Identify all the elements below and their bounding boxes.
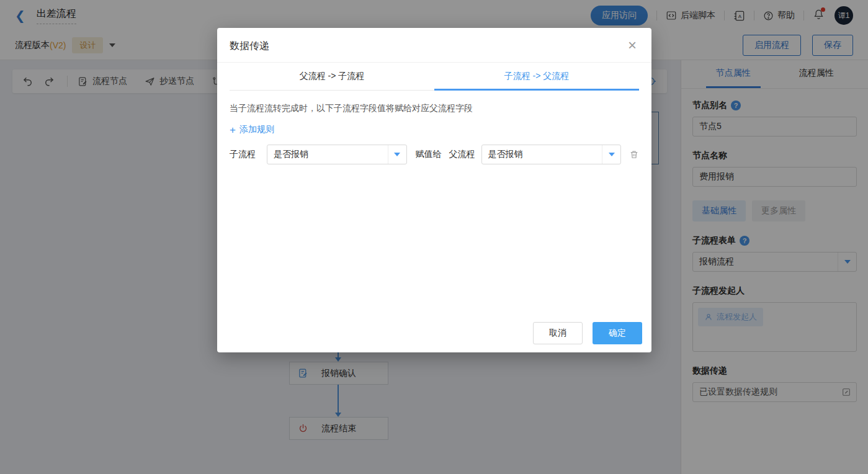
confirm-button[interactable]: 确定	[593, 322, 642, 344]
rule-source-value: 是否报销	[274, 149, 308, 160]
rule-row: 子流程 是否报销 赋值给 父流程 是否报销	[230, 145, 639, 164]
tab-parent-to-child[interactable]: 父流程 -> 子流程	[230, 63, 434, 91]
rule-target-value: 是否报销	[488, 149, 523, 160]
rule-target-select[interactable]: 是否报销	[481, 145, 622, 164]
rule-source-label: 子流程	[230, 149, 256, 160]
data-pass-modal: 数据传递 × 父流程 -> 子流程 子流程 -> 父流程 当子流程流转完成时，以…	[217, 28, 651, 352]
modal-header: 数据传递 ×	[217, 28, 651, 63]
modal-body: 当子流程流转完成时，以下子流程字段值将赋给对应父流程字段 + 添加规则 子流程 …	[217, 91, 651, 177]
close-icon[interactable]: ×	[628, 38, 637, 53]
cancel-button[interactable]: 取消	[533, 322, 583, 344]
rule-target-label: 父流程	[449, 149, 475, 160]
plus-icon: +	[230, 125, 236, 135]
modal-tabs: 父流程 -> 子流程 子流程 -> 父流程	[230, 63, 639, 91]
modal-footer: 取消 确定	[533, 322, 642, 344]
tab-child-to-parent[interactable]: 子流程 -> 父流程	[434, 63, 639, 91]
delete-rule-button[interactable]	[629, 150, 639, 159]
select-caret-zone	[388, 145, 406, 164]
add-rule-label: 添加规则	[239, 124, 274, 135]
rule-source-select[interactable]: 是否报销	[267, 145, 407, 164]
rule-assign-label: 赋值给	[416, 149, 442, 160]
select-caret-zone	[602, 145, 620, 164]
modal-description: 当子流程流转完成时，以下子流程字段值将赋给对应父流程字段	[230, 103, 639, 114]
add-rule-button[interactable]: + 添加规则	[230, 124, 639, 135]
chevron-down-icon	[609, 153, 615, 156]
modal-title: 数据传递	[230, 40, 269, 51]
chevron-down-icon	[394, 153, 400, 156]
